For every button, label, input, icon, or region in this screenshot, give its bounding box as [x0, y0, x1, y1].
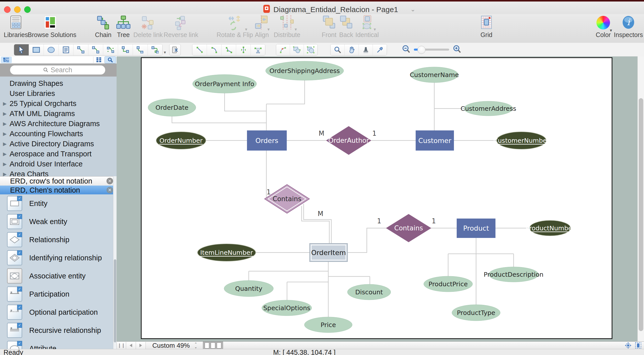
rectangle-tool[interactable] — [29, 44, 44, 55]
chain-button[interactable]: Chain — [93, 15, 114, 39]
canvas-vertical-scrollbar[interactable] — [637, 56, 644, 341]
connector-rounded-elbow-tool[interactable] — [133, 44, 148, 55]
identical-dropdown[interactable]: ▼ — [373, 27, 377, 31]
page-thumbnail[interactable] — [211, 342, 215, 348]
checkbox-icon[interactable]: ✓ — [17, 341, 22, 346]
page-thumbnail[interactable] — [205, 342, 209, 348]
close-button[interactable] — [4, 6, 11, 13]
arc-segment-tool[interactable] — [207, 44, 222, 55]
edit-vertex-tool[interactable] — [276, 44, 290, 55]
drawing-canvas[interactable]: OrderShippingAddress OrderPayment Info O… — [117, 56, 644, 341]
shape-item-recursive-relationship[interactable]: ✓ Recursive relationship — [0, 321, 117, 339]
shape-item-participation[interactable]: ✓ Participation — [0, 285, 117, 303]
fullscreen-button[interactable] — [24, 6, 31, 13]
shape-item-identifying-relationship[interactable]: ✓ Identifying relationship — [0, 249, 117, 267]
browse-solutions-button[interactable]: Browse Solutions — [28, 15, 73, 39]
combine-shapes-tool[interactable] — [290, 44, 304, 55]
checkbox-icon[interactable]: ✓ — [17, 323, 22, 328]
zoom-slider-knob[interactable] — [417, 46, 425, 54]
page-thumbnail[interactable] — [217, 342, 221, 348]
sidebar-item-aws[interactable]: ▶AWS Architecture Diagrams — [0, 119, 117, 129]
minimize-button[interactable] — [14, 6, 21, 13]
libraries-button[interactable]: Libraries — [2, 15, 30, 39]
connector-smart-tool[interactable] — [148, 44, 162, 55]
shape-item-relationship[interactable]: ✓ Relationship — [0, 231, 117, 249]
checkbox-icon[interactable]: ✓ — [17, 305, 22, 310]
tab-erd-chen[interactable]: ERD, Chen's notation ✕ — [0, 186, 117, 195]
disclosure-triangle-icon[interactable]: ▶ — [0, 151, 10, 157]
zoom-slider[interactable] — [414, 49, 449, 51]
line-segment-tool[interactable] — [192, 44, 207, 55]
sidebar-item-android-ui[interactable]: ▶Android User Interface — [0, 159, 117, 169]
close-library-icon[interactable]: ✕ — [106, 187, 113, 193]
ellipse-tool[interactable] — [44, 44, 59, 55]
sidebar-item-orgcharts[interactable]: ▶25 Typical Orgcharts — [0, 98, 117, 109]
mirror-tool[interactable] — [236, 44, 251, 55]
identical-button[interactable]: ▼ Identical — [354, 15, 380, 39]
disclosure-triangle-icon[interactable]: ▶ — [0, 111, 10, 117]
split-tool[interactable] — [251, 44, 265, 55]
sidebar-scrollbar-thumb[interactable] — [114, 259, 116, 342]
sidebar-item-accounting[interactable]: ▶Accounting Flowcharts — [0, 129, 117, 139]
delete-link-button[interactable]: Delete link — [133, 15, 163, 39]
sidebar-item-area-charts[interactable]: ▶Area Charts — [0, 169, 117, 176]
fit-to-window-button[interactable] — [624, 342, 632, 349]
checkbox-icon[interactable]: ✓ — [17, 196, 22, 201]
canvas-scrollbar-thumb[interactable] — [639, 98, 643, 331]
pan-tool[interactable] — [345, 44, 359, 55]
distribute-button[interactable]: ▼ Distribute — [272, 15, 302, 39]
zoom-level-value[interactable]: Custom 49% — [152, 342, 190, 349]
previous-page-button[interactable] — [126, 342, 136, 349]
stepper-down-icon[interactable]: ⌄ — [194, 345, 197, 348]
shape-item-associative-entity[interactable]: Associative entity — [0, 267, 117, 285]
disclosure-triangle-icon[interactable]: ▶ — [0, 161, 10, 167]
connector-elbow-tool[interactable] — [118, 44, 133, 55]
connector-direct-tool[interactable] — [74, 44, 88, 55]
disclosure-triangle-icon[interactable]: ▶ — [0, 171, 10, 176]
zoom-out-button[interactable] — [402, 45, 410, 54]
stamp-tool[interactable] — [359, 44, 373, 55]
sidebar-scrollbar[interactable] — [113, 176, 117, 349]
grid-button[interactable]: Grid — [476, 15, 496, 39]
align-dropdown[interactable]: ▼ — [267, 27, 270, 31]
title-bar[interactable]: Diagrama_Entidad_Relacion - Page1 ⌄ — [0, 2, 644, 14]
sidebar-item-drawing-shapes[interactable]: Drawing Shapes — [0, 78, 117, 88]
reverse-link-button[interactable]: Reverse link — [164, 15, 196, 39]
checkbox-icon[interactable]: ✓ — [17, 287, 22, 292]
select-tool[interactable] — [14, 44, 29, 55]
disclosure-triangle-icon[interactable]: ▶ — [0, 101, 10, 106]
eyedropper-tool[interactable] — [373, 44, 387, 55]
tab-erd-crows-foot[interactable]: ERD, crow's foot notation ✕ — [0, 176, 117, 186]
color-button[interactable]: ▼ Color — [591, 15, 615, 39]
shape-eraser-tool[interactable] — [169, 44, 181, 56]
close-library-icon[interactable]: ✕ — [106, 178, 113, 184]
rotate-flip-dropdown[interactable]: ▼ — [244, 27, 248, 31]
union-shapes-tool[interactable] — [304, 44, 317, 55]
connector-arc-tool[interactable] — [88, 44, 103, 55]
color-dropdown[interactable]: ▼ — [609, 28, 613, 32]
sidebar-item-active-directory[interactable]: ▶Active Directory Diagrams — [0, 139, 117, 149]
shape-item-entity[interactable]: ✓ Entity — [0, 194, 117, 212]
front-button[interactable]: Front — [319, 15, 339, 39]
title-dropdown-chevron[interactable]: ⌄ — [410, 6, 415, 13]
shape-item-weak-entity[interactable]: ✓ Weak entity — [0, 212, 117, 231]
library-tree-toggle[interactable] — [1, 57, 12, 63]
tree-button[interactable]: Tree — [114, 15, 133, 39]
inspectors-button[interactable]: i Inspectors — [613, 15, 643, 39]
connector-tools-dropdown[interactable]: ▼ — [163, 50, 167, 54]
zoom-in-button[interactable] — [453, 45, 461, 54]
back-button[interactable]: Back — [337, 15, 355, 39]
checkbox-icon[interactable]: ✓ — [17, 250, 22, 255]
search-view-button[interactable] — [104, 56, 116, 63]
disclosure-triangle-icon[interactable]: ▶ — [0, 131, 10, 137]
distribute-dropdown[interactable]: ▼ — [294, 27, 298, 31]
grid-view-button[interactable] — [93, 57, 104, 63]
disclosure-triangle-icon[interactable]: ▶ — [0, 141, 10, 147]
polyline-tool[interactable] — [222, 44, 236, 55]
sidebar-item-user-libraries[interactable]: User Libraries — [0, 88, 117, 98]
zoom-tool[interactable] — [331, 44, 345, 55]
next-page-button[interactable] — [136, 342, 146, 349]
connector-bezier-tool[interactable] — [103, 44, 118, 55]
shape-item-attribute[interactable]: ✓ Attribute — [0, 339, 117, 349]
disclosure-triangle-icon[interactable]: ▶ — [0, 121, 10, 127]
